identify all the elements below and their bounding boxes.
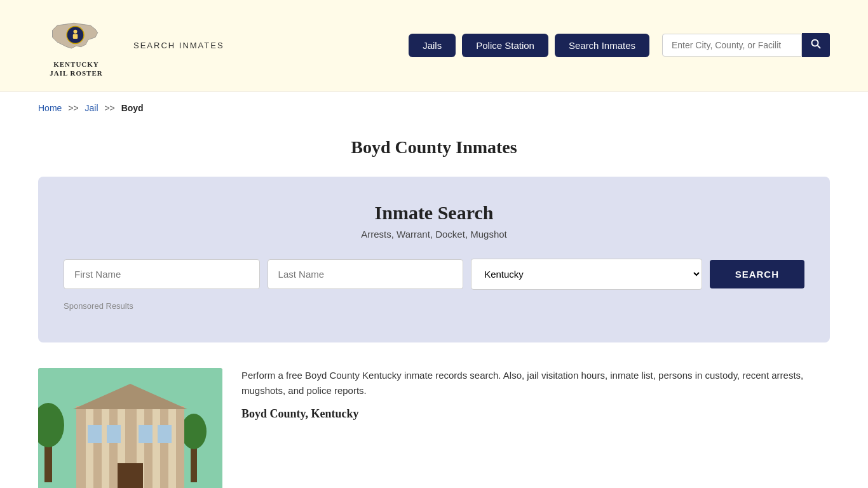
search-section: Inmate Search Arrests, Warrant, Docket, … [38,177,830,342]
state-select[interactable]: Alabama Alaska Arizona Arkansas Californ… [471,259,702,290]
svg-rect-22 [107,425,121,443]
svg-rect-20 [118,463,143,488]
logo-area: KENTUCKY JAIL ROSTER [38,13,114,78]
description-area: Perform a free Boyd County Kentucky inma… [241,368,830,421]
last-name-input[interactable] [268,259,464,289]
header: KENTUCKY JAIL ROSTER SEARCH INMATES Jail… [0,0,868,92]
building-svg [38,368,222,488]
breadcrumb-current: Boyd [121,103,144,113]
logo-text: KENTUCKY JAIL ROSTER [50,60,102,78]
page-title-wrap: Boyd County Inmates [0,125,868,164]
breadcrumb-sep2: >> [104,103,114,113]
bottom-section: Perform a free Boyd County Kentucky inma… [0,355,868,488]
breadcrumb: Home >> Jail >> Boyd [0,92,868,125]
svg-rect-21 [88,425,102,443]
description-subheading: Boyd County, Kentucky [241,407,830,421]
header-search-button[interactable] [802,33,830,57]
search-button[interactable]: SEARCH [710,260,804,288]
breadcrumb-home[interactable]: Home [38,103,62,113]
svg-rect-19 [168,409,176,488]
header-search-input[interactable] [662,34,802,57]
site-title: SEARCH INMATES [133,41,224,50]
nav-jails-button[interactable]: Jails [409,34,456,57]
building-image [38,368,222,488]
breadcrumb-jail[interactable]: Jail [85,103,98,113]
page-title: Boyd County Inmates [38,137,830,158]
header-nav: Jails Police Station Search Inmates [409,33,830,57]
nav-search-inmates-button[interactable]: Search Inmates [555,34,649,57]
sponsored-label: Sponsored Results [64,301,804,311]
header-search-bar [662,33,830,57]
first-name-input[interactable] [64,259,260,289]
svg-point-11 [181,414,207,449]
svg-line-6 [818,46,821,49]
svg-rect-4 [73,34,78,39]
search-section-subtitle: Arrests, Warrant, Docket, Mugshot [64,229,804,240]
svg-point-5 [812,40,818,46]
svg-rect-14 [86,409,93,488]
search-form: Alabama Alaska Arizona Arkansas Californ… [64,259,804,290]
description-text: Perform a free Boyd County Kentucky inma… [241,368,830,398]
svg-rect-18 [153,409,160,488]
search-section-title: Inmate Search [64,202,804,224]
nav-police-station-button[interactable]: Police Station [462,34,548,57]
svg-rect-23 [139,425,153,443]
logo-icon [48,13,105,57]
breadcrumb-sep1: >> [68,103,78,113]
svg-rect-24 [158,425,172,443]
search-icon [811,39,821,49]
svg-rect-15 [102,409,109,488]
svg-point-3 [74,30,78,34]
